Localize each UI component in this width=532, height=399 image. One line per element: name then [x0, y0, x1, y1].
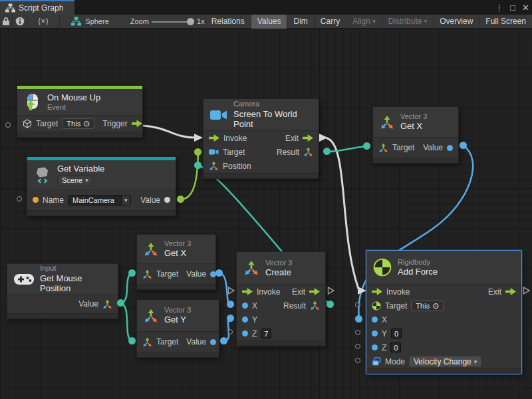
distribute-button[interactable]: Distribute ▾ — [382, 15, 434, 29]
node-on-mouse-up[interactable]: On Mouse Up Event Target This ⊙ Trigger — [17, 85, 143, 138]
variable-icon — [34, 166, 51, 184]
port-add-force-mode[interactable] — [355, 358, 360, 363]
port-create-result[interactable] — [327, 301, 334, 308]
carry-button[interactable]: Carry — [314, 15, 346, 29]
port-label-position: Position — [223, 162, 251, 171]
float-port-icon — [372, 317, 378, 323]
node-get-variable[interactable]: Get Variable Scene ▾ Name MainCamera ▾ V… — [27, 156, 176, 216]
z-value-field[interactable]: 7 — [261, 329, 271, 338]
port-add-force-exit[interactable] — [523, 286, 531, 295]
port-label-target: Target — [385, 301, 407, 311]
string-port-icon — [33, 197, 39, 203]
port-camera-result[interactable] — [323, 148, 331, 155]
full-screen-button[interactable]: Full Screen — [479, 15, 532, 29]
zoom-slider[interactable] — [152, 15, 194, 29]
node-get-y[interactable]: Vector 3 Get Y Target Value — [136, 299, 219, 358]
node-get-x[interactable]: Vector 3 Get X Target Value — [136, 234, 216, 290]
gamepad-icon — [14, 273, 34, 286]
node-type: Camera — [233, 100, 312, 108]
port-get-y-value[interactable] — [220, 337, 227, 344]
vector3-icon — [102, 299, 112, 309]
chevron-down-icon: ▾ — [124, 197, 128, 203]
port-get-variable-name[interactable] — [17, 196, 22, 201]
wire-mouse-to-gety-target[interactable] — [121, 303, 132, 341]
node-screen-to-world-point[interactable]: Camera Screen To World Point Invoke Exit… — [203, 98, 319, 179]
unity-script-graph-window: Script Graph ⋮ □ ✕ ⟨×⟩ Sphere Zoom — [0, 0, 532, 399]
float-port-icon — [242, 331, 248, 336]
port-label-result: Result — [277, 148, 299, 157]
dim-button[interactable]: Dim — [287, 15, 313, 29]
port-get-y-target[interactable] — [128, 337, 136, 344]
breadcrumb-label: Sphere — [85, 17, 108, 25]
align-button[interactable]: Align ▾ — [346, 15, 382, 29]
port-create-y[interactable] — [227, 315, 234, 322]
port-create-exit[interactable] — [327, 286, 335, 295]
node-add-force[interactable]: Rigidbody Add Force Invoke Exit Target T… — [366, 250, 522, 374]
port-add-force-z[interactable] — [355, 344, 360, 349]
port-create-z[interactable] — [227, 329, 233, 334]
chevron-down-icon: ▾ — [85, 177, 88, 184]
expand-code-button[interactable]: ⟨×⟩ — [27, 15, 59, 29]
port-get-x-top-value[interactable] — [460, 142, 467, 149]
variable-name-dropdown[interactable]: MainCamera ▾ — [68, 195, 131, 205]
node-title: Get X — [164, 248, 191, 259]
window-menu-icon[interactable]: ⋮ — [495, 3, 503, 13]
vector3-icon — [209, 161, 219, 171]
port-add-force-target[interactable] — [355, 302, 360, 307]
target-this-chip[interactable]: This ⊙ — [62, 118, 94, 129]
info-icon — [15, 17, 25, 26]
tab-bar: Script Graph ⋮ □ ✕ — [0, 0, 532, 15]
node-subtitle: Event — [47, 103, 100, 112]
mode-dropdown[interactable]: Velocity Change ▾ — [409, 356, 481, 367]
overview-button[interactable]: Overview — [433, 15, 479, 29]
tab-script-graph[interactable]: Script Graph — [0, 0, 74, 15]
target-this-chip[interactable]: This ⊙ — [411, 301, 444, 311]
port-label-y: Y — [382, 329, 387, 338]
values-button[interactable]: Values — [251, 15, 287, 29]
wire-variable-to-camera-target[interactable] — [181, 153, 198, 200]
node-type: Vector 3 — [164, 306, 191, 315]
vector3-icon — [144, 242, 158, 257]
port-create-x[interactable] — [227, 301, 234, 308]
port-get-x-target[interactable] — [128, 269, 136, 277]
wire-trigger-to-invoke[interactable] — [143, 126, 195, 138]
z-value-field[interactable]: 0 — [390, 342, 401, 352]
flow-arrow-icon — [505, 288, 516, 295]
port-label-mode: Mode — [385, 357, 405, 366]
port-mouse-position-value[interactable] — [117, 299, 124, 307]
node-title: Get Mouse Position — [40, 273, 111, 294]
port-get-x-value[interactable] — [215, 269, 223, 277]
wire-mouse-to-getx-target[interactable] — [121, 273, 132, 303]
wire-camera-exit-to-addforce-invoke[interactable] — [327, 138, 358, 289]
port-label-x: X — [252, 301, 257, 311]
node-create-vector3[interactable]: Vector 3 Create Invoke Exit X Result — [236, 251, 326, 346]
window-close-icon[interactable]: ✕ — [522, 3, 529, 13]
port-camera-position[interactable] — [194, 162, 201, 169]
breadcrumb[interactable]: Sphere — [71, 15, 108, 29]
zoom-slider-knob[interactable] — [187, 18, 194, 25]
node-get-x-top[interactable]: Vector 3 Get X Target Value — [372, 106, 459, 164]
port-get-x-top-target[interactable] — [363, 142, 370, 150]
port-label-value: Value — [423, 143, 443, 152]
variable-scope-dropdown[interactable]: Scene ▾ — [57, 176, 93, 186]
port-camera-target[interactable] — [194, 148, 201, 156]
float-port-icon — [210, 339, 216, 345]
node-get-mouse-position[interactable]: Input Get Mouse Position Value — [7, 263, 118, 319]
lock-button[interactable] — [0, 15, 12, 29]
port-label-x: X — [382, 315, 387, 325]
port-add-force-y[interactable] — [355, 330, 360, 335]
port-add-force-x[interactable] — [355, 315, 362, 323]
port-on-mouse-up-target[interactable] — [5, 122, 11, 128]
port-create-invoke[interactable] — [227, 286, 235, 295]
tab-accent — [0, 0, 74, 1]
chevron-down-icon: ▾ — [372, 18, 376, 25]
port-label-value: Value — [186, 269, 206, 279]
window-maximize-icon[interactable]: □ — [510, 3, 515, 13]
relations-button[interactable]: Relations — [205, 15, 251, 29]
port-get-variable-value[interactable] — [177, 196, 184, 203]
enum-icon — [372, 357, 381, 366]
port-label-target: Target — [392, 143, 414, 152]
inspector-button[interactable] — [13, 15, 27, 29]
y-value-field[interactable]: 0 — [391, 329, 402, 338]
wire-camera-result-to-getx-target[interactable] — [327, 146, 367, 152]
